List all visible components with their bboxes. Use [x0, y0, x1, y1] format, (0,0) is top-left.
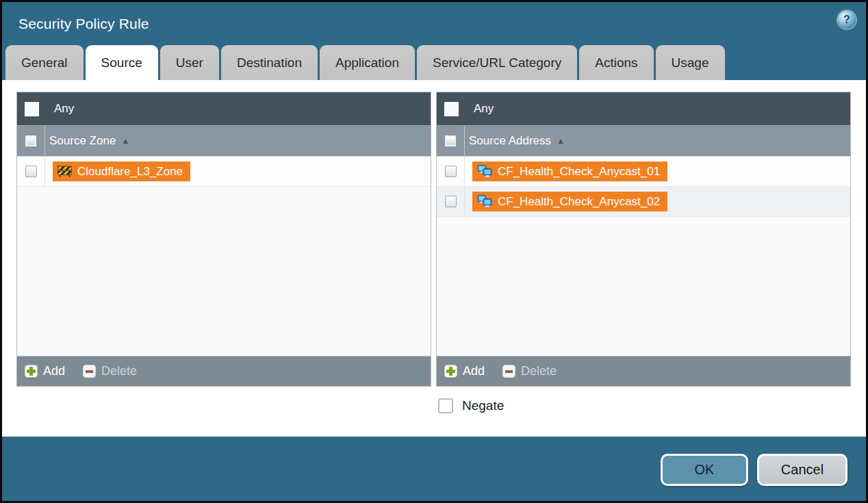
- source-zone-panel: Any Source Zone ▲: [16, 92, 431, 387]
- table-row[interactable]: CF_Health_Check_Anycast_02: [437, 187, 850, 217]
- dialog-footer: OK Cancel: [2, 437, 866, 486]
- titlebar: Security Policy Rule ?: [2, 2, 866, 45]
- add-icon: [25, 365, 38, 378]
- tab-usage[interactable]: Usage: [656, 45, 725, 80]
- delete-icon: [502, 365, 515, 378]
- source-address-any-label: Any: [474, 102, 494, 116]
- zone-row-checkbox[interactable]: [25, 166, 37, 177]
- tab-actions[interactable]: Actions: [579, 45, 653, 80]
- source-address-any-header: Any: [437, 92, 850, 125]
- source-zone-column-label: Source Zone: [49, 134, 116, 148]
- tab-bar: General Source User Destination Applicat…: [2, 45, 866, 80]
- help-glyph: ?: [843, 14, 850, 26]
- tab-source[interactable]: Source: [86, 45, 158, 80]
- source-address-select-all-checkbox[interactable]: [445, 136, 456, 146]
- tab-service-url-category[interactable]: Service/URL Category: [417, 45, 577, 80]
- sort-ascending-icon: ▲: [121, 136, 129, 146]
- address-icon: [477, 165, 492, 178]
- ok-button[interactable]: OK: [661, 454, 748, 486]
- source-address-column-header[interactable]: Source Address ▲: [437, 125, 850, 157]
- tab-general[interactable]: General: [5, 45, 84, 80]
- delete-address-button[interactable]: Delete: [502, 364, 557, 378]
- delete-zone-button[interactable]: Delete: [83, 364, 137, 378]
- negate-checkbox[interactable]: [438, 398, 453, 413]
- source-zone-any-checkbox[interactable]: [25, 102, 39, 116]
- zone-chip[interactable]: Cloudflare_L3_Zone: [53, 162, 190, 181]
- address-chip[interactable]: CF_Health_Check_Anycast_02: [472, 192, 667, 211]
- security-policy-rule-dialog: Security Policy Rule ? General Source Us…: [0, 0, 868, 503]
- address-name: CF_Health_Check_Anycast_02: [498, 195, 660, 209]
- source-zone-column-header[interactable]: Source Zone ▲: [17, 125, 431, 157]
- address-chip[interactable]: CF_Health_Check_Anycast_01: [472, 162, 667, 181]
- dialog-title: Security Policy Rule: [18, 16, 149, 32]
- source-zone-any-label: Any: [54, 102, 74, 116]
- zone-icon: [58, 166, 72, 177]
- address-icon: [477, 195, 492, 208]
- add-zone-button[interactable]: Add: [25, 364, 65, 378]
- tab-application[interactable]: Application: [320, 45, 415, 80]
- address-name: CF_Health_Check_Anycast_01: [498, 165, 660, 179]
- source-tab-content: Any Source Zone ▲: [2, 80, 866, 437]
- add-icon: [444, 365, 457, 378]
- help-icon[interactable]: ?: [838, 11, 856, 29]
- source-zone-any-header: Any: [17, 92, 431, 125]
- source-address-list: CF_Health_Check_Anycast_01: [437, 157, 850, 356]
- negate-row: Negate: [438, 398, 851, 413]
- source-address-panel: Any Source Address ▲: [436, 92, 851, 387]
- negate-label: Negate: [462, 398, 504, 413]
- tab-destination[interactable]: Destination: [221, 45, 318, 80]
- cancel-button[interactable]: Cancel: [757, 454, 847, 486]
- zone-name: Cloudflare_L3_Zone: [77, 165, 183, 179]
- add-address-button[interactable]: Add: [444, 364, 485, 378]
- address-row-checkbox[interactable]: [445, 166, 457, 177]
- source-zone-select-all-checkbox[interactable]: [25, 136, 36, 146]
- source-zone-toolbar: Add Delete: [17, 356, 431, 386]
- source-zone-list: Cloudflare_L3_Zone: [17, 157, 431, 356]
- source-address-column-label: Source Address: [469, 134, 551, 148]
- sort-ascending-icon: ▲: [557, 136, 565, 146]
- delete-icon: [83, 365, 96, 378]
- source-address-toolbar: Add Delete: [437, 356, 850, 386]
- table-row[interactable]: CF_Health_Check_Anycast_01: [437, 157, 850, 187]
- table-row[interactable]: Cloudflare_L3_Zone: [17, 157, 431, 187]
- tab-user[interactable]: User: [160, 45, 219, 80]
- address-row-checkbox[interactable]: [445, 196, 457, 207]
- source-address-any-checkbox[interactable]: [444, 102, 459, 116]
